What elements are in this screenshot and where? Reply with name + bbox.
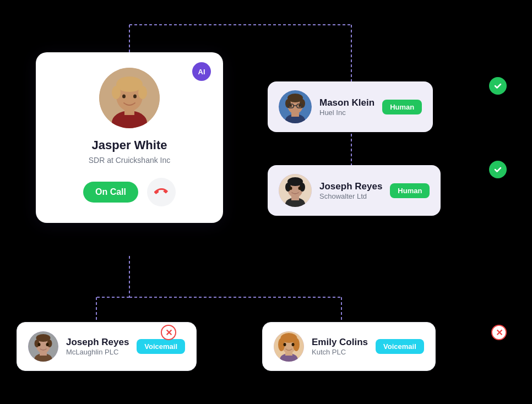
emily-status-x: ✕ [491,325,507,340]
joseph-bottom-status-x: ✕ [161,325,176,340]
svg-point-38 [298,187,301,190]
svg-point-37 [290,187,292,190]
caller-card: AI [36,52,223,223]
on-call-badge[interactable]: On Call [83,182,138,203]
emily-name: Emily Colins [312,337,368,348]
svg-point-15 [138,86,147,99]
mason-company: Huel Inc [319,108,374,117]
joseph-bottom-avatar [28,331,58,362]
mason-avatar [279,90,312,123]
svg-point-28 [290,105,292,107]
joseph-right-badge: Human [390,183,430,198]
emily-company: Kutch PLC [312,348,368,356]
caller-avatar [99,68,160,128]
mason-name: Mason Klein [319,97,374,108]
mason-info: Mason Klein Huel Inc [319,97,374,117]
svg-point-16 [122,95,126,99]
mason-badge: Human [382,100,422,114]
caller-name: Jasper White [92,138,167,152]
ai-badge: AI [192,62,211,81]
svg-point-55 [284,343,286,346]
hangup-button[interactable] [147,178,176,206]
joseph-right-name: Joseph Reyes [319,181,382,192]
joseph-right-avatar [279,174,312,207]
mason-status-check [489,77,507,95]
emily-badge: Voicemail [376,339,424,354]
svg-point-17 [133,95,137,99]
joseph-bottom-info: Joseph Reyes McLaughlin PLC [66,337,129,356]
bottom-card-emily: Emily Colins Kutch PLC Voicemail [262,322,436,371]
svg-point-56 [292,343,295,346]
svg-point-29 [298,105,301,107]
contact-card-joseph-right: Joseph Reyes Schowalter Ltd Human [268,165,441,216]
emily-avatar [274,331,304,362]
contact-card-mason: Mason Klein Huel Inc Human [268,81,433,132]
caller-actions: On Call [83,178,176,206]
svg-point-14 [112,86,121,99]
joseph-bottom-badge: Voicemail [137,339,185,354]
caller-title: SDR at Cruickshank Inc [89,156,171,165]
svg-point-47 [46,343,49,346]
joseph-right-company: Schowalter Ltd [319,192,382,200]
joseph-bottom-name: Joseph Reyes [66,337,129,348]
joseph-bottom-company: McLaughlin PLC [66,348,129,356]
svg-point-46 [38,343,41,346]
joseph-right-info: Joseph Reyes Schowalter Ltd [319,181,382,200]
emily-info: Emily Colins Kutch PLC [312,337,368,356]
joseph-right-status-check [489,161,507,178]
